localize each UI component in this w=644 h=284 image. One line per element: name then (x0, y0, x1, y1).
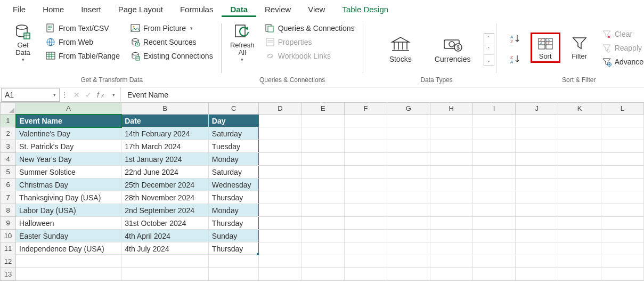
empty-cell[interactable] (259, 140, 301, 153)
row-header[interactable]: 3 (1, 140, 16, 153)
row-header[interactable]: 5 (1, 166, 16, 178)
column-header[interactable]: L (601, 103, 643, 115)
tab-file[interactable]: File (4, 2, 34, 17)
column-header[interactable]: K (558, 103, 601, 115)
data-cell[interactable]: Independence Day (USA) (16, 242, 121, 255)
from-web-button[interactable]: From Web (44, 36, 122, 48)
formula-input[interactable]: Event Name (121, 91, 644, 99)
empty-cell[interactable] (601, 178, 643, 191)
empty-cell[interactable] (344, 115, 387, 127)
empty-cell[interactable] (558, 204, 601, 217)
data-cell[interactable]: Thursday (208, 217, 258, 230)
row-header[interactable]: 6 (1, 178, 16, 191)
empty-cell[interactable] (472, 268, 515, 281)
empty-cell[interactable] (208, 255, 258, 268)
chevron-down-icon[interactable]: ˅ (484, 44, 494, 55)
empty-cell[interactable] (387, 268, 430, 281)
empty-cell[interactable] (344, 204, 387, 217)
empty-cell[interactable] (301, 127, 344, 140)
empty-cell[interactable] (301, 230, 344, 242)
get-data-button[interactable]: Get Data ▾ (7, 20, 38, 66)
empty-cell[interactable] (387, 217, 430, 230)
data-cell[interactable]: Labor Day (USA) (16, 204, 121, 217)
stocks-button[interactable]: Stocks (379, 36, 422, 63)
data-cell[interactable]: Halloween (16, 217, 121, 230)
empty-cell[interactable] (558, 115, 601, 127)
empty-cell[interactable] (259, 191, 301, 204)
empty-cell[interactable] (430, 153, 472, 166)
empty-cell[interactable] (558, 140, 601, 153)
empty-cell[interactable] (558, 230, 601, 242)
empty-cell[interactable] (472, 153, 515, 166)
empty-cell[interactable] (472, 204, 515, 217)
empty-cell[interactable] (301, 255, 344, 268)
tab-page-layout[interactable]: Page Layout (110, 2, 172, 17)
empty-cell[interactable] (387, 166, 430, 178)
empty-cell[interactable] (430, 178, 472, 191)
empty-cell[interactable] (472, 230, 515, 242)
fx-button[interactable]: fx (95, 91, 108, 99)
data-cell[interactable]: Day (208, 115, 258, 127)
empty-cell[interactable] (558, 268, 601, 281)
data-cell[interactable]: St. Patrick's Day (16, 140, 121, 153)
tab-home[interactable]: Home (34, 2, 72, 17)
tab-view[interactable]: View (299, 2, 333, 17)
empty-cell[interactable] (516, 191, 558, 204)
empty-cell[interactable] (472, 217, 515, 230)
empty-cell[interactable] (344, 230, 387, 242)
empty-cell[interactable] (516, 204, 558, 217)
recent-sources-button[interactable]: Recent Sources (128, 36, 215, 48)
refresh-all-button[interactable]: Refresh All ▾ (227, 20, 258, 66)
chevron-down-icon[interactable]: ▾ (110, 92, 117, 98)
empty-cell[interactable] (259, 166, 301, 178)
column-header[interactable]: J (516, 103, 558, 115)
chevron-down-icon[interactable]: ▾ (53, 92, 56, 98)
advanced-filter-button[interactable]: Advanced (600, 56, 644, 68)
empty-cell[interactable] (301, 191, 344, 204)
column-header[interactable]: F (344, 103, 387, 115)
data-cell[interactable]: Monday (208, 153, 258, 166)
empty-cell[interactable] (259, 255, 301, 268)
data-cell[interactable]: 17th March 2024 (121, 140, 209, 153)
empty-cell[interactable] (301, 268, 344, 281)
empty-cell[interactable] (601, 115, 643, 127)
empty-cell[interactable] (387, 178, 430, 191)
column-header[interactable]: D (259, 103, 301, 115)
data-cell[interactable]: 22nd June 2024 (121, 166, 209, 178)
empty-cell[interactable] (516, 153, 558, 166)
empty-cell[interactable] (344, 242, 387, 255)
empty-cell[interactable] (601, 230, 643, 242)
empty-cell[interactable] (344, 191, 387, 204)
empty-cell[interactable] (558, 242, 601, 255)
row-header[interactable]: 11 (1, 242, 16, 255)
tab-data[interactable]: Data (222, 2, 256, 17)
empty-cell[interactable] (472, 242, 515, 255)
data-cell[interactable]: Christmas Day (16, 178, 121, 191)
empty-cell[interactable] (387, 140, 430, 153)
data-cell[interactable]: New Year's Day (16, 153, 121, 166)
row-header[interactable]: 7 (1, 191, 16, 204)
empty-cell[interactable] (601, 242, 643, 255)
tab-review[interactable]: Review (256, 2, 299, 17)
empty-cell[interactable] (259, 153, 301, 166)
empty-cell[interactable] (516, 166, 558, 178)
empty-cell[interactable] (430, 140, 472, 153)
column-header[interactable]: E (301, 103, 344, 115)
data-cell[interactable]: Summer Solstice (16, 166, 121, 178)
empty-cell[interactable] (558, 255, 601, 268)
empty-cell[interactable] (558, 178, 601, 191)
data-cell[interactable]: 1st January 2024 (121, 153, 209, 166)
empty-cell[interactable] (516, 115, 558, 127)
empty-cell[interactable] (601, 140, 643, 153)
empty-cell[interactable] (259, 230, 301, 242)
column-header[interactable]: A (16, 103, 121, 115)
empty-cell[interactable] (516, 127, 558, 140)
empty-cell[interactable] (472, 191, 515, 204)
empty-cell[interactable] (430, 166, 472, 178)
empty-cell[interactable] (344, 140, 387, 153)
empty-cell[interactable] (387, 127, 430, 140)
empty-cell[interactable] (601, 166, 643, 178)
empty-cell[interactable] (344, 178, 387, 191)
empty-cell[interactable] (301, 153, 344, 166)
column-header[interactable]: C (208, 103, 258, 115)
